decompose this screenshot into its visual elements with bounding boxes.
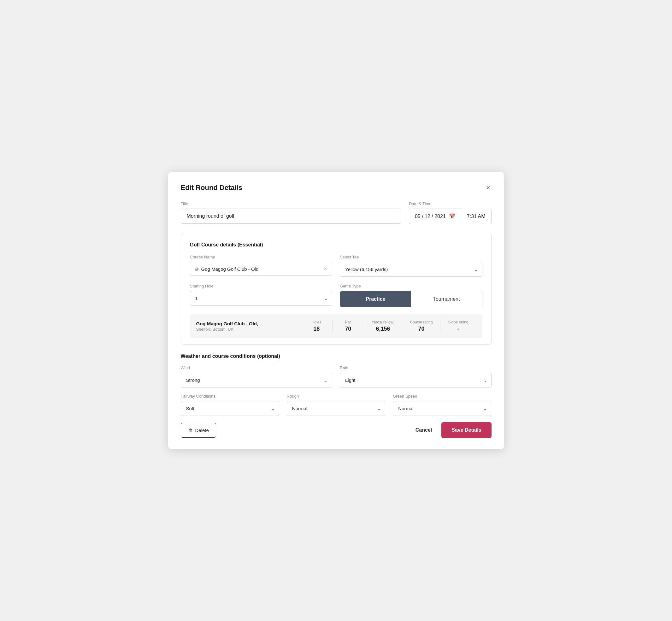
rain-dropdown[interactable]: None Light Moderate Heavy [340,373,492,387]
date-value: 05 / 12 / 2021 [415,214,446,219]
top-row: Title Date & Time 05 / 12 / 2021 📅 7:31 … [181,201,492,224]
weather-section: Weather and course conditions (optional)… [181,354,492,416]
holes-value: 18 [308,326,325,332]
par-label: Par [340,320,356,324]
green-speed-select-wrap: Slow Normal Fast ⌄ [393,401,491,416]
course-name-main: Gog Magog Golf Club - Old, [196,321,301,326]
slope-rating-label: Slope rating [448,320,468,324]
delete-label: Delete [195,427,209,433]
course-rating-stat: Course rating 70 [402,320,440,332]
game-type-group: Game Type Practice Tournament [340,284,482,307]
yards-label: Yards(Yellow) [372,320,395,324]
time-value: 7:31 AM [467,214,486,219]
wind-group: Wind None Light Moderate Strong ⌄ [181,365,333,387]
starting-hole-group: Starting Hole 1 2 3 10 ⌄ [190,284,333,307]
rain-select-wrap: None Light Moderate Heavy ⌄ [340,373,492,387]
green-speed-label: Green Speed [393,394,491,399]
rain-label: Rain [340,365,492,370]
delete-button[interactable]: 🗑 Delete [181,423,216,438]
rain-group: Rain None Light Moderate Heavy ⌄ [340,365,492,387]
fairway-label: Fairway Conditions [181,394,279,399]
wind-select-wrap: None Light Moderate Strong ⌄ [181,373,333,387]
datetime-inputs: 05 / 12 / 2021 📅 7:31 AM [409,209,492,224]
starting-hole-wrap: 1 2 3 10 ⌄ [190,291,333,306]
game-type-label: Game Type [340,284,482,288]
game-type-toggle: Practice Tournament [340,291,482,307]
slope-rating-value: - [448,326,468,332]
modal-title: Edit Round Details [181,184,243,192]
rough-label: Rough [287,394,385,399]
cancel-button[interactable]: Cancel [412,423,435,437]
course-name-search[interactable]: ◕ × [190,262,333,276]
golf-course-title: Golf Course details (Essential) [190,242,482,248]
par-value: 70 [340,326,356,332]
select-tee-dropdown[interactable]: Yellow (6,156 yards) White Red Blue [340,262,482,277]
green-speed-dropdown[interactable]: Slow Normal Fast [393,401,491,416]
wind-dropdown[interactable]: None Light Moderate Strong [181,373,333,387]
tournament-button[interactable]: Tournament [411,291,482,307]
holes-stat: Holes 18 [301,320,332,332]
title-field-group: Title [181,201,401,224]
yards-stat: Yards(Yellow) 6,156 [364,320,402,332]
starting-hole-label: Starting Hole [190,284,333,288]
calendar-icon: 📅 [449,213,455,219]
wind-label: Wind [181,365,333,370]
yards-value: 6,156 [372,326,395,332]
fairway-dropdown[interactable]: Soft Normal Hard [181,401,279,416]
fairway-group: Fairway Conditions Soft Normal Hard ⌄ [181,394,279,416]
hole-gametype-row: Starting Hole 1 2 3 10 ⌄ Game Type Pract… [190,284,482,307]
title-input[interactable] [181,209,401,224]
course-location: Shelford Bottom, UK [196,327,301,332]
modal-header: Edit Round Details × [181,183,492,193]
footer-row: 🗑 Delete Cancel Save Details [181,422,492,438]
fairway-select-wrap: Soft Normal Hard ⌄ [181,401,279,416]
date-field[interactable]: 05 / 12 / 2021 📅 [409,209,461,224]
practice-button[interactable]: Practice [340,291,411,307]
time-field[interactable]: 7:31 AM [461,209,492,224]
course-info-bar: Gog Magog Golf Club - Old, Shelford Bott… [190,314,482,338]
wind-rain-row: Wind None Light Moderate Strong ⌄ Rain N… [181,365,492,387]
datetime-field-group: Date & Time 05 / 12 / 2021 📅 7:31 AM [409,201,492,224]
holes-label: Holes [308,320,325,324]
save-button[interactable]: Save Details [442,422,491,438]
course-name-input[interactable] [201,266,321,272]
course-rating-label: Course rating [410,320,432,324]
clear-course-button[interactable]: × [323,266,328,272]
course-tee-row: Course Name ◕ × Select Tee Yellow (6,156… [190,255,482,277]
select-tee-group: Select Tee Yellow (6,156 yards) White Re… [340,255,482,277]
close-button[interactable]: × [485,183,492,193]
footer-right: Cancel Save Details [412,422,492,438]
course-rating-value: 70 [410,326,432,332]
select-tee-label: Select Tee [340,255,482,259]
edit-round-modal: Edit Round Details × Title Date & Time 0… [168,172,504,449]
course-name-label: Course Name [190,255,333,259]
trash-icon: 🗑 [188,427,193,433]
datetime-label: Date & Time [409,201,492,206]
title-label: Title [181,201,401,206]
course-name-block: Gog Magog Golf Club - Old, Shelford Bott… [196,321,301,332]
rough-select-wrap: Soft Normal Hard ⌄ [287,401,385,416]
green-speed-group: Green Speed Slow Normal Fast ⌄ [393,394,491,416]
weather-section-title: Weather and course conditions (optional) [181,354,492,359]
slope-rating-stat: Slope rating - [440,320,476,332]
select-tee-wrap: Yellow (6,156 yards) White Red Blue ⌄ [340,262,482,277]
par-stat: Par 70 [332,320,364,332]
rough-group: Rough Soft Normal Hard ⌄ [287,394,385,416]
search-icon: ◕ [195,266,199,272]
golf-course-section: Golf Course details (Essential) Course N… [181,233,492,344]
conditions-row: Fairway Conditions Soft Normal Hard ⌄ Ro… [181,394,492,416]
rough-dropdown[interactable]: Soft Normal Hard [287,401,385,416]
course-name-group: Course Name ◕ × [190,255,333,277]
starting-hole-dropdown[interactable]: 1 2 3 10 [190,291,333,306]
